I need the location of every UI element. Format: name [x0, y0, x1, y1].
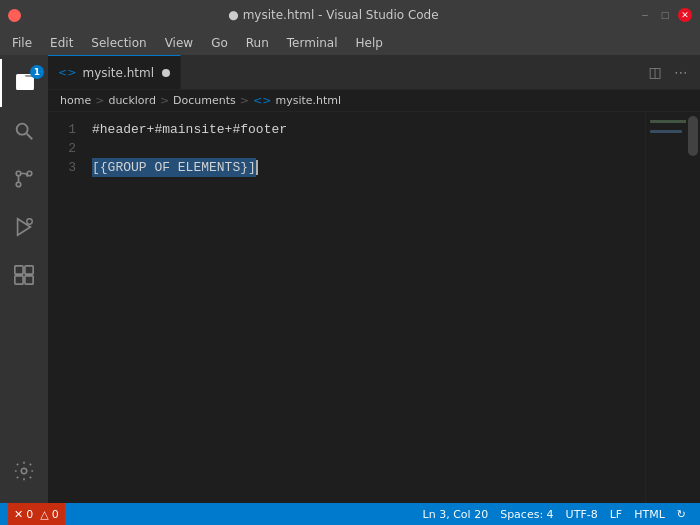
- breadcrumb-home[interactable]: home: [60, 94, 91, 107]
- minimap-line-1: [650, 120, 687, 123]
- menu-edit[interactable]: Edit: [42, 34, 81, 52]
- code-editor[interactable]: #header+#mainsite+#footer [{GROUP OF ELE…: [88, 112, 645, 503]
- tab-mysite-html[interactable]: <> mysite.html: [48, 55, 181, 89]
- code-container[interactable]: 1 2 3 #header+#mainsite+#footer [{GROUP …: [48, 112, 700, 503]
- svg-point-11: [21, 468, 27, 474]
- code-selection: [{GROUP OF ELEMENTS}]: [92, 158, 256, 177]
- menu-bar: File Edit Selection View Go Run Terminal…: [0, 30, 700, 55]
- svg-point-6: [27, 219, 33, 225]
- warning-icon: △: [40, 508, 48, 521]
- explorer-badge: 1: [30, 65, 44, 79]
- activity-bar: 1: [0, 55, 48, 503]
- tab-file-icon: <>: [58, 66, 76, 79]
- window-controls: − □ ✕: [638, 8, 692, 22]
- svg-point-3: [16, 171, 21, 176]
- activity-extensions[interactable]: [0, 251, 48, 299]
- status-line-col[interactable]: Ln 3, Col 20: [417, 503, 495, 525]
- window-close-dot[interactable]: [8, 9, 21, 22]
- breadcrumb: home > ducklord > Documents > <> mysite.…: [48, 90, 700, 112]
- svg-rect-10: [25, 276, 33, 284]
- activity-settings[interactable]: [0, 447, 48, 495]
- editor-area: <> mysite.html ◫ ⋯ home > ducklord > Doc…: [48, 55, 700, 503]
- maximize-button[interactable]: □: [658, 8, 672, 22]
- tab-bar: <> mysite.html ◫ ⋯: [48, 55, 700, 90]
- svg-line-2: [27, 134, 33, 140]
- activity-source-control[interactable]: [0, 155, 48, 203]
- more-actions-button[interactable]: ⋯: [670, 61, 692, 83]
- menu-file[interactable]: File: [4, 34, 40, 52]
- code-line-1-content: #header+#mainsite+#footer: [92, 120, 287, 139]
- breadcrumb-ducklord[interactable]: ducklord: [108, 94, 155, 107]
- minimap-line-3: [650, 130, 682, 133]
- status-spaces-text: Spaces: 4: [500, 508, 553, 521]
- line-num-1: 1: [48, 120, 76, 139]
- code-line-3: [{GROUP OF ELEMENTS}]: [88, 158, 645, 177]
- status-encoding-text: UTF-8: [566, 508, 598, 521]
- status-line-ending[interactable]: LF: [604, 503, 628, 525]
- scrollbar[interactable]: [686, 112, 700, 503]
- menu-run[interactable]: Run: [238, 34, 277, 52]
- sync-icon: ↻: [677, 508, 686, 521]
- activity-run-debug[interactable]: [0, 203, 48, 251]
- svg-rect-9: [15, 276, 23, 284]
- status-spaces[interactable]: Spaces: 4: [494, 503, 559, 525]
- scrollbar-thumb[interactable]: [688, 116, 698, 156]
- menu-view[interactable]: View: [157, 34, 201, 52]
- breadcrumb-file-icon: <>: [253, 94, 271, 107]
- tab-bar-actions: ◫ ⋯: [644, 55, 700, 89]
- breadcrumb-documents[interactable]: Documents: [173, 94, 236, 107]
- line-numbers: 1 2 3: [48, 112, 88, 503]
- svg-point-1: [17, 124, 28, 135]
- status-sync[interactable]: ↻: [671, 503, 692, 525]
- status-language-text: HTML: [634, 508, 665, 521]
- activity-explorer[interactable]: 1: [0, 59, 48, 107]
- close-button[interactable]: ✕: [678, 8, 692, 22]
- menu-terminal[interactable]: Terminal: [279, 34, 346, 52]
- main-area: 1 <> mysite.html: [0, 55, 700, 503]
- status-line-col-text: Ln 3, Col 20: [423, 508, 489, 521]
- svg-rect-8: [25, 266, 33, 274]
- menu-help[interactable]: Help: [348, 34, 391, 52]
- svg-point-4: [16, 182, 21, 187]
- code-line-2: [88, 139, 645, 158]
- line-num-2: 2: [48, 139, 76, 158]
- title-bar: ● mysite.html - Visual Studio Code − □ ✕: [0, 0, 700, 30]
- warning-count: 0: [52, 508, 59, 521]
- status-language[interactable]: HTML: [628, 503, 671, 525]
- breadcrumb-file[interactable]: mysite.html: [275, 94, 341, 107]
- menu-go[interactable]: Go: [203, 34, 236, 52]
- svg-rect-7: [15, 266, 23, 274]
- status-bar: ✕ 0 △ 0 Ln 3, Col 20 Spaces: 4 UTF-8 LF …: [0, 503, 700, 525]
- split-editor-button[interactable]: ◫: [644, 61, 666, 83]
- code-line-1: #header+#mainsite+#footer: [88, 120, 645, 139]
- status-line-ending-text: LF: [610, 508, 622, 521]
- status-errors-warnings[interactable]: ✕ 0 △ 0: [8, 503, 65, 525]
- window-title: ● mysite.html - Visual Studio Code: [29, 8, 638, 22]
- minimize-button[interactable]: −: [638, 8, 652, 22]
- error-icon: ✕: [14, 508, 23, 521]
- menu-selection[interactable]: Selection: [83, 34, 154, 52]
- tab-modified-dot: [162, 69, 170, 77]
- text-cursor: [256, 160, 258, 175]
- activity-search[interactable]: [0, 107, 48, 155]
- line-num-3: 3: [48, 158, 76, 177]
- tab-label: mysite.html: [82, 66, 154, 80]
- status-encoding[interactable]: UTF-8: [560, 503, 604, 525]
- error-count: 0: [26, 508, 33, 521]
